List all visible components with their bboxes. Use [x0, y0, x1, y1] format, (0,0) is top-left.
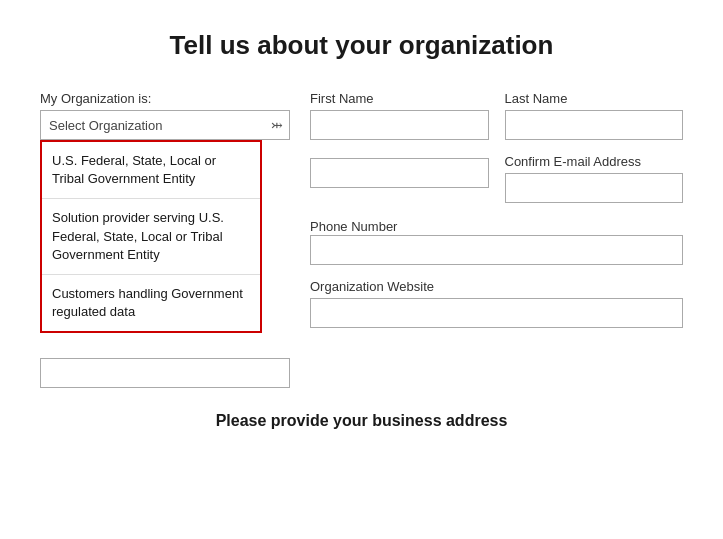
page-container: Tell us about your organization My Organ… — [0, 0, 723, 539]
form-area: My Organization is: Select Organization … — [40, 91, 683, 388]
org-option-2[interactable]: Solution provider serving U.S. Federal, … — [42, 198, 260, 274]
confirm-email-label: Confirm E-mail Address — [505, 154, 684, 169]
last-name-input[interactable] — [505, 110, 684, 140]
first-name-group: First Name — [310, 91, 489, 140]
org-option-1[interactable]: U.S. Federal, State, Local or Tribal Gov… — [42, 142, 260, 198]
org-dropdown: U.S. Federal, State, Local or Tribal Gov… — [40, 140, 262, 333]
left-bottom-input[interactable] — [40, 358, 290, 388]
last-name-group: Last Name — [505, 91, 684, 140]
first-name-label: First Name — [310, 91, 489, 106]
right-column: First Name Last Name Confirm E-mail Addr… — [310, 91, 683, 388]
email-input[interactable] — [310, 158, 489, 188]
org-website-input[interactable] — [310, 298, 683, 328]
org-option-3[interactable]: Customers handling Government regulated … — [42, 274, 260, 331]
org-chevron-icon: ⤔ — [271, 117, 283, 133]
confirm-email-input[interactable] — [505, 173, 684, 203]
name-row: First Name Last Name — [310, 91, 683, 140]
phone-row: Phone Number — [310, 217, 683, 265]
left-column: My Organization is: Select Organization … — [40, 91, 290, 388]
org-select-box[interactable]: Select Organization ⤔ — [40, 110, 290, 140]
email-row: Confirm E-mail Address — [310, 154, 683, 203]
org-website-label: Organization Website — [310, 279, 683, 294]
confirm-email-group: Confirm E-mail Address — [505, 154, 684, 203]
phone-input[interactable] — [310, 235, 683, 265]
org-select-container: Select Organization ⤔ U.S. Federal, Stat… — [40, 110, 290, 140]
email-group — [310, 154, 489, 203]
org-select-text: Select Organization — [49, 118, 162, 133]
org-label: My Organization is: — [40, 91, 290, 106]
phone-label: Phone Number — [310, 219, 397, 234]
footer-text: Please provide your business address — [40, 412, 683, 430]
last-name-label: Last Name — [505, 91, 684, 106]
first-name-input[interactable] — [310, 110, 489, 140]
page-title: Tell us about your organization — [40, 30, 683, 61]
org-website-group: Organization Website — [310, 279, 683, 328]
